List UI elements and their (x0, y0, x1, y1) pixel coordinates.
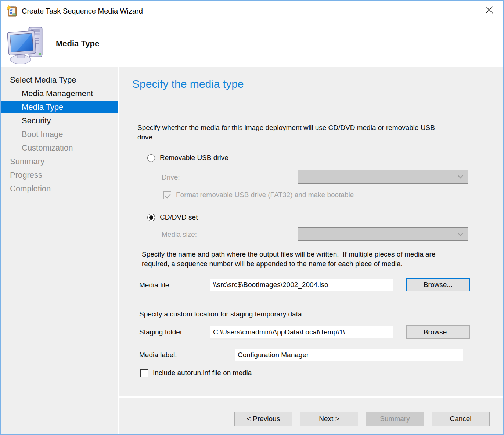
sidebar-step-select-media-type: Select Media Type (1, 74, 118, 86)
titlebar: Create Task Sequence Media Wizard (1, 1, 503, 21)
wizard-page-content: Specify the media type Specify whether t… (119, 67, 503, 396)
format-usb-option: Format removable USB drive (FAT32) and m… (163, 191, 354, 199)
output-files-text: Specify the name and path where the outp… (142, 250, 447, 269)
media-size-dropdown (298, 227, 468, 241)
sidebar-step-media-management: Media Management (1, 87, 118, 99)
task-sequence-icon (7, 5, 18, 17)
sidebar-step-progress: Progress (1, 169, 118, 181)
browse-staging-button[interactable]: Browse... (406, 325, 470, 339)
autorun-label: Include autorun.inf file on media (153, 369, 252, 377)
chevron-down-icon (458, 175, 463, 179)
media-label-input[interactable]: Configuration Manager (235, 349, 463, 361)
content-heading: Specify the media type (132, 78, 244, 90)
summary-button: Summary (366, 412, 424, 426)
cancel-button[interactable]: Cancel (432, 412, 490, 426)
previous-button[interactable]: < Previous (234, 412, 292, 426)
cd-dvd-radio[interactable] (147, 214, 155, 221)
wizard-steps-sidebar: Select Media TypeMedia ManagementMedia T… (1, 67, 118, 434)
sidebar-step-boot-image: Boot Image (1, 128, 118, 140)
window-title: Create Task Sequence Media Wizard (22, 7, 143, 15)
wizard-header: Media Type (1, 21, 503, 67)
intro-text: Specify whether the media for this image… (137, 123, 450, 142)
page-title: Media Type (56, 39, 99, 48)
staging-text: Specify a custom location for staging te… (139, 309, 304, 319)
media-size-label: Media size: (162, 231, 197, 239)
wizard-window: Create Task Sequence Media Wizard (0, 0, 504, 435)
sidebar-step-completion: Completion (1, 182, 118, 195)
sidebar-step-media-type: Media Type (1, 101, 118, 113)
staging-folder-label: Staging folder: (139, 328, 184, 336)
usb-radio-option[interactable]: Removable USB drive (147, 154, 228, 162)
sidebar-step-security: Security (1, 115, 118, 127)
computer-icon (6, 22, 48, 65)
footer-buttonbar: < Previous Next > Summary Cancel (119, 398, 503, 434)
usb-radio[interactable] (147, 154, 155, 162)
sidebar-step-summary: Summary (1, 155, 118, 167)
cd-dvd-radio-option[interactable]: CD/DVD set (147, 213, 198, 221)
autorun-checkbox[interactable] (140, 369, 148, 377)
media-file-label: Media file: (139, 281, 171, 289)
format-usb-label: Format removable USB drive (FAT32) and m… (176, 191, 354, 199)
drive-label: Drive: (162, 173, 180, 181)
media-label-label: Media label: (139, 351, 177, 359)
close-icon (484, 5, 494, 15)
autorun-option[interactable]: Include autorun.inf file on media (140, 369, 252, 377)
next-button[interactable]: Next > (300, 412, 358, 426)
format-usb-checkbox (163, 191, 171, 199)
usb-radio-label: Removable USB drive (160, 154, 228, 162)
staging-folder-input[interactable]: C:\Users\cmadmin\AppData\Local\Temp\1\ (210, 326, 393, 338)
browse-media-file-button[interactable]: Browse... (406, 278, 470, 291)
drive-dropdown (298, 170, 468, 184)
close-button[interactable] (478, 1, 500, 19)
sidebar-step-customization: Customization (1, 142, 118, 154)
cd-dvd-radio-label: CD/DVD set (160, 213, 198, 221)
media-file-input[interactable]: \\src\src$\BootImages\2002_2004.iso (210, 279, 393, 291)
section-divider (135, 301, 471, 301)
chevron-down-icon (458, 233, 463, 236)
